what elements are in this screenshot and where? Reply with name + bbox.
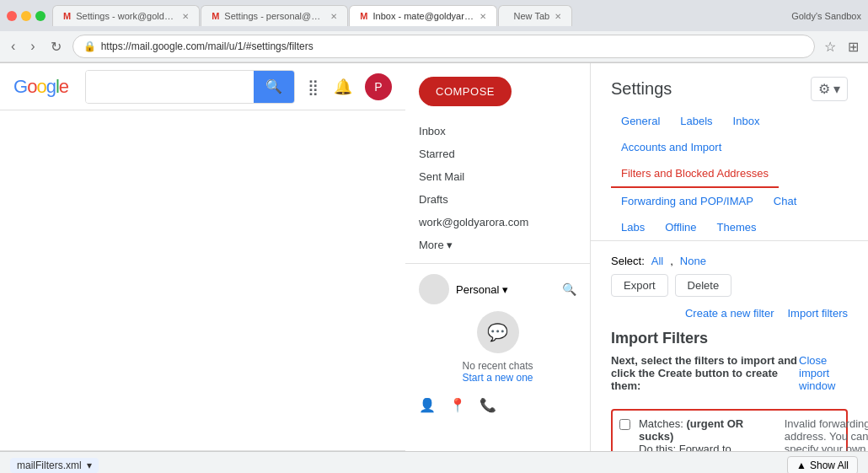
sidebar-item-sent[interactable]: Sent Mail: [405, 165, 590, 188]
header-right: ⣿ 🔔 P: [305, 73, 392, 100]
extensions-button[interactable]: ⊞: [845, 36, 861, 57]
sidebar-item-inbox[interactable]: Inbox: [405, 120, 590, 142]
show-all-arrow: ▲: [796, 460, 806, 471]
chat-bubble: 💬: [477, 311, 519, 353]
tab-filters[interactable]: Filters and Blocked Addresses: [611, 160, 779, 188]
tab-labs[interactable]: Labs: [611, 214, 655, 240]
content-area: Settings ⚙ ▾ General Labels Inbox Accoun…: [591, 63, 868, 451]
browser-tab-tab1[interactable]: MSettings - work@goldyarora.c...✕: [52, 5, 200, 26]
tab-general[interactable]: General: [611, 108, 670, 134]
forward-button[interactable]: ›: [26, 36, 39, 56]
filter-match-1: Matches: (urgent OR sucks): [639, 417, 768, 443]
sidebar: COMPOSE Inbox Starred Sent Mail Drafts w…: [405, 63, 591, 451]
google-logo[interactable]: Google: [13, 76, 68, 98]
chat-section: Personal ▾ 🔍 💬 No recent chats Start a n…: [405, 263, 590, 390]
settings-gear-button[interactable]: ⚙ ▾: [811, 77, 848, 101]
download-filename: mailFilters.xml: [17, 460, 82, 471]
filter-info-1: Matches: (urgent OR sucks) Do this: Forw…: [639, 417, 768, 451]
address-bar[interactable]: 🔒 https://mail.google.com/mail/u/1/#sett…: [72, 35, 815, 58]
notifications-button[interactable]: 🔔: [331, 75, 355, 99]
select-all-link[interactable]: All: [651, 255, 663, 267]
settings-tabs: General Labels Inbox Accounts and Import…: [591, 108, 868, 241]
action-buttons: Export Delete: [611, 274, 848, 297]
filter-error-msg: Invalid forwarding address. You cannot s…: [785, 417, 868, 451]
tab-forwarding[interactable]: Forwarding and POP/IMAP: [611, 188, 764, 214]
app-header: Google 🔍 ⣿ 🔔 P: [0, 63, 405, 110]
sidebar-nav: Inbox Starred Sent Mail Drafts work@gold…: [405, 120, 590, 256]
profile-name: Goldy's Sandbox: [791, 11, 861, 21]
import-filters-link[interactable]: Import filters: [787, 307, 848, 320]
tab-offline[interactable]: Offline: [655, 214, 706, 240]
tab-labels[interactable]: Labels: [670, 108, 722, 134]
chat-search-button[interactable]: 🔍: [562, 282, 576, 296]
filter-actions-right: Create a new filter Import filters: [611, 307, 848, 320]
tab-themes[interactable]: Themes: [707, 214, 767, 240]
search-bar[interactable]: 🔍: [85, 70, 295, 104]
nav-actions: ☆ ⊞: [822, 36, 861, 57]
import-filters-subtitle: Next, select the filters to import and c…: [611, 354, 799, 392]
export-button[interactable]: Export: [611, 274, 668, 297]
bottom-bar: mailFilters.xml ▾ ▲ Show All: [0, 451, 868, 473]
settings-title: Settings: [611, 79, 672, 99]
settings-content: Select: All , None Export Delete Create …: [591, 241, 868, 451]
search-button[interactable]: 🔍: [254, 71, 294, 103]
nav-bar: ‹ › ↻ 🔒 https://mail.google.com/mail/u/1…: [0, 31, 868, 62]
avatar[interactable]: P: [365, 73, 392, 100]
chat-profile: Personal ▾ 🔍: [419, 274, 576, 304]
sidebar-item-work[interactable]: work@goldyarora.com: [405, 211, 590, 234]
download-item: mailFilters.xml ▾: [10, 458, 99, 473]
filter-checkbox-1[interactable]: [619, 419, 630, 430]
phone-icon-button[interactable]: 📞: [480, 397, 496, 413]
minimize-traffic-light[interactable]: [21, 11, 31, 21]
apps-button[interactable]: ⣿: [305, 75, 321, 99]
lock-icon: 🔒: [83, 40, 96, 52]
browser-tab-tab2[interactable]: MSettings - personal@goldyaro...✕: [201, 5, 348, 26]
select-row-top: Select: All , None: [611, 255, 848, 267]
search-input[interactable]: [86, 71, 254, 103]
import-filters-title: Import Filters: [611, 330, 848, 347]
tabs-container: MSettings - work@goldyarora.c...✕MSettin…: [52, 5, 778, 26]
back-button[interactable]: ‹: [7, 36, 19, 56]
select-label: Select:: [611, 255, 645, 267]
sidebar-item-more[interactable]: More ▾: [405, 234, 590, 256]
import-filters-section: Import Filters Next, select the filters …: [611, 330, 848, 451]
sidebar-item-starred[interactable]: Starred: [405, 142, 590, 165]
address-text: https://mail.google.com/mail/u/1/#settin…: [101, 40, 804, 52]
sidebar-item-drafts[interactable]: Drafts: [405, 188, 590, 211]
chat-icons: 👤 📍 📞: [405, 390, 590, 420]
people-icon-button[interactable]: 👤: [419, 397, 436, 413]
delete-button[interactable]: Delete: [675, 274, 732, 297]
select-none-link[interactable]: None: [680, 255, 706, 267]
settings-header: Settings ⚙ ▾: [591, 63, 868, 108]
download-arrow: ▾: [87, 460, 92, 471]
chat-avatar: [419, 274, 449, 304]
location-icon-button[interactable]: 📍: [449, 397, 466, 413]
filter-action-1: Do this: Forward to personal@goldyarora.…: [639, 443, 768, 451]
browser-tab-tab3[interactable]: MInbox - mate@goldyarora.com✕: [349, 5, 496, 26]
maximize-traffic-light[interactable]: [35, 11, 46, 21]
show-all-button[interactable]: ▲ Show All: [787, 456, 858, 474]
show-all-label: Show All: [810, 460, 849, 471]
create-filter-link[interactable]: Create a new filter: [685, 307, 774, 320]
tab-chat[interactable]: Chat: [764, 188, 806, 214]
no-chats-label: No recent chats: [419, 360, 576, 372]
close-traffic-light[interactable]: [7, 11, 17, 21]
traffic-lights: [7, 11, 46, 21]
filter-row-1: Matches: (urgent OR sucks) Do this: Forw…: [611, 409, 848, 451]
start-chat-link[interactable]: Start a new one: [419, 372, 576, 384]
compose-button[interactable]: COMPOSE: [419, 77, 512, 106]
close-import-link[interactable]: Close import window: [799, 354, 848, 392]
reload-button[interactable]: ↻: [46, 36, 66, 57]
browser-tab-tab4[interactable]: New Tab✕: [498, 5, 573, 26]
bookmark-button[interactable]: ☆: [822, 36, 839, 57]
tab-accounts[interactable]: Accounts and Import: [611, 134, 731, 160]
chat-profile-name[interactable]: Personal ▾: [456, 283, 508, 296]
tab-inbox[interactable]: Inbox: [723, 108, 770, 134]
